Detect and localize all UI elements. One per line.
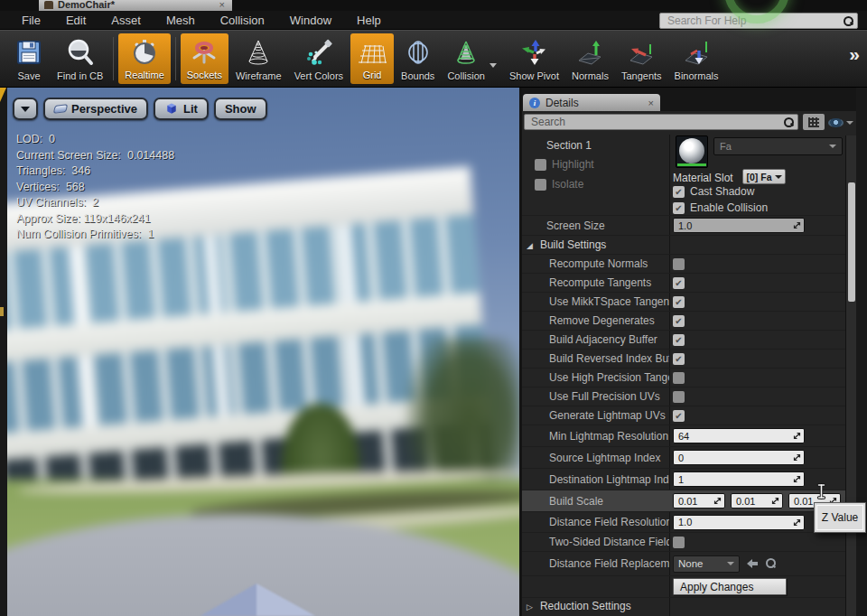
tangents-toggle-button[interactable]: Tangents	[615, 33, 668, 85]
menu-asset[interactable]: Asset	[98, 11, 154, 30]
main-toolbar: Save Find in CB Realtime Sockets Wirefra…	[0, 30, 867, 88]
scrollbar-thumb[interactable]	[848, 182, 855, 302]
menu-file[interactable]: File	[9, 11, 53, 30]
material-slot-dropdown[interactable]: [0] Fa	[742, 169, 786, 184]
apply-changes-button[interactable]: Apply Changes	[673, 578, 787, 595]
use-selected-asset-icon[interactable]	[746, 558, 759, 569]
menu-window[interactable]: Window	[277, 11, 344, 30]
destination-lightmap-index-input[interactable]: 1	[673, 471, 805, 487]
viewport-stats: LOD: 0 Current Screen Size: 0.014488 Tri…	[16, 132, 174, 243]
save-button[interactable]: Save	[7, 33, 51, 85]
lit-cube-icon	[164, 102, 179, 116]
chevron-down-icon[interactable]	[489, 63, 497, 68]
view-mode-button[interactable]: Lit	[154, 98, 209, 120]
build-scale-x-input[interactable]: 0.01	[673, 493, 725, 509]
wireframe-toggle-button[interactable]: Wireframe	[229, 33, 288, 85]
chevron-down-icon	[775, 175, 782, 179]
binormals-toggle-button[interactable]: Binormals	[668, 33, 725, 85]
details-panel: i Details × Section 1 Highlight Isolate	[522, 88, 867, 616]
chevron-down-icon	[727, 562, 734, 565]
remove-degenerates-checkbox[interactable]	[673, 315, 685, 327]
highlight-checkbox[interactable]	[535, 159, 546, 171]
highlight-checkbox-row: Highlight	[535, 158, 594, 171]
document-tab[interactable]: DemoChair* ×	[39, 0, 232, 11]
expanded-arrow-icon	[527, 238, 533, 251]
normals-icon	[574, 35, 605, 70]
build-adjacency-checkbox[interactable]	[673, 334, 685, 346]
menu-collision[interactable]: Collision	[208, 11, 277, 30]
stat-vertices: Vertices: 568	[16, 180, 174, 196]
full-precision-uvs-checkbox[interactable]	[673, 391, 685, 403]
static-mesh-icon	[44, 1, 53, 9]
row-two-sided-distance-field: Two-Sided Distance Field G	[522, 533, 856, 552]
vert-colors-toggle-button[interactable]: Vert Colors	[288, 33, 350, 85]
window-right-edge	[856, 88, 867, 616]
source-lightmap-index-input[interactable]: 0	[673, 450, 805, 465]
material-thumbnail[interactable]	[676, 135, 708, 168]
build-settings-header[interactable]: Build Settings	[522, 236, 856, 255]
window-left-edge	[0, 88, 7, 616]
realtime-toggle-button[interactable]: Realtime	[118, 33, 170, 84]
min-lightmap-resolution-input[interactable]: 64	[673, 428, 805, 443]
show-pivot-icon	[518, 35, 549, 70]
menu-edit[interactable]: Edit	[53, 11, 98, 30]
row-full-precision-uvs: Use Full Precision UVs	[522, 387, 856, 406]
tab-details[interactable]: i Details ×	[523, 94, 660, 111]
binormals-icon	[681, 35, 712, 70]
generate-lightmap-uvs-checkbox[interactable]	[673, 410, 685, 422]
static-mesh-preview	[192, 583, 321, 616]
material-sphere-preview	[679, 138, 704, 163]
bounds-toggle-button[interactable]: Bounds	[395, 33, 441, 85]
close-icon[interactable]: ×	[648, 98, 654, 108]
show-flags-button[interactable]: Show	[214, 98, 267, 120]
normals-toggle-button[interactable]: Normals	[565, 33, 615, 85]
isolate-checkbox-row: Isolate	[535, 178, 583, 191]
chevron-down-icon	[846, 121, 853, 125]
help-search-input[interactable]	[666, 14, 844, 28]
menu-mesh[interactable]: Mesh	[154, 11, 208, 30]
grid-toggle-button[interactable]: Grid	[350, 33, 394, 84]
chevron-down-icon	[21, 107, 30, 112]
find-in-cb-button[interactable]: Find in CB	[51, 33, 109, 85]
two-sided-distance-field-checkbox[interactable]	[673, 537, 685, 548]
toolbar-overflow-chevron[interactable]: »	[849, 43, 860, 65]
isolate-checkbox[interactable]	[535, 179, 546, 191]
vert-colors-icon	[303, 35, 334, 70]
help-search-box[interactable]	[659, 13, 858, 29]
viewport-options-button[interactable]	[13, 98, 38, 120]
row-high-precision-tangent: Use High Precision Tangent	[522, 369, 856, 387]
row-destination-lightmap-index: Destination Lightmap Index 1	[522, 469, 856, 490]
tooltip-text: Z Value	[816, 505, 863, 530]
wireframe-icon	[243, 35, 274, 70]
recompute-tangents-checkbox[interactable]	[673, 277, 685, 289]
high-precision-tangent-checkbox[interactable]	[673, 372, 685, 384]
show-pivot-toggle-button[interactable]: Show Pivot	[503, 33, 565, 85]
build-scale-y-input[interactable]: 0.01	[731, 493, 783, 509]
details-scrollbar[interactable]	[845, 135, 856, 616]
enable-collision-checkbox[interactable]	[673, 202, 685, 214]
details-search-input[interactable]	[529, 115, 784, 129]
3d-viewport[interactable]: Perspective Lit Show LOD: 0 Current Scre…	[7, 88, 519, 616]
screen-size-input[interactable]: 1.0	[673, 218, 805, 233]
mikktspace-checkbox[interactable]	[673, 296, 685, 308]
camera-mode-button[interactable]: Perspective	[43, 98, 148, 120]
details-search-box[interactable]	[524, 114, 798, 130]
property-matrix-button[interactable]	[803, 114, 825, 130]
close-tab-icon[interactable]: ×	[219, 0, 225, 10]
tooltip: Z Value	[814, 502, 866, 533]
collision-toggle-button[interactable]: Collision	[441, 33, 503, 85]
recompute-normals-checkbox[interactable]	[673, 258, 685, 270]
sockets-toggle-button[interactable]: Sockets	[181, 33, 228, 84]
browse-to-asset-icon[interactable]	[765, 558, 776, 569]
distance-field-replacement-dropdown[interactable]: None	[673, 555, 740, 573]
drag-spinner-icon	[793, 475, 801, 483]
menu-bar: File Edit Asset Mesh Collision Window He…	[0, 11, 867, 30]
cast-shadow-checkbox[interactable]	[673, 186, 685, 198]
material-element-dropdown[interactable]: Fa	[713, 137, 843, 155]
row-recompute-normals: Recompute Normals	[522, 255, 856, 274]
menu-help[interactable]: Help	[344, 11, 394, 30]
build-reversed-index-checkbox[interactable]	[673, 353, 685, 365]
section-title: Section 1	[546, 139, 592, 152]
reduction-settings-header[interactable]: Reduction Settings	[522, 598, 856, 614]
distance-field-resolution-input[interactable]: 1.0	[673, 515, 805, 530]
